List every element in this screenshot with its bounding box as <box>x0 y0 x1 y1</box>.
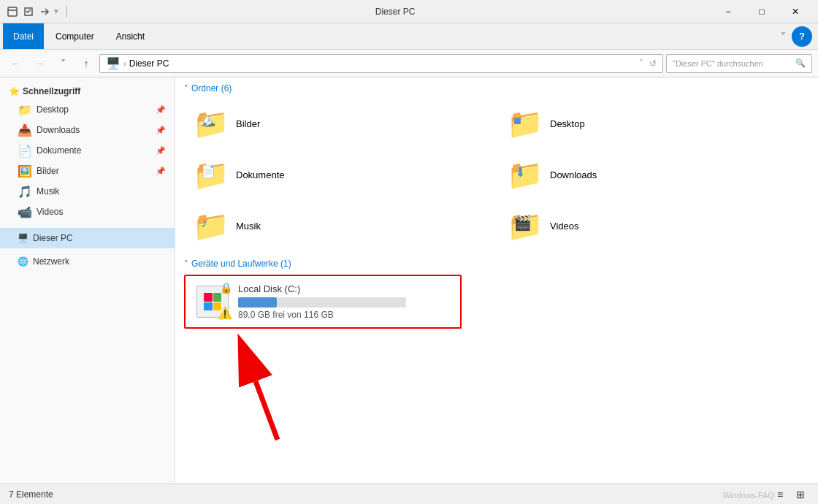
address-field[interactable]: 🖥️ › Dieser PC ˅ ↺ <box>99 54 663 73</box>
desktop-icon: 📁 ■ <box>508 106 543 141</box>
folders-chevron-icon: ˅ <box>184 84 188 93</box>
dokumente-folder-icon: 📄 <box>18 144 32 158</box>
sidebar-item-netzwerk[interactable]: 🌐 Netzwerk <box>0 251 175 272</box>
help-button[interactable]: ? <box>792 26 812 47</box>
musik-icon: 🎵 <box>18 185 32 199</box>
downloads-folder-icon: 📥 <box>18 123 32 137</box>
statusbar: 7 Elemente ≡ ⊞ <box>0 484 818 504</box>
sidebar-dokumente-label: Dokumente <box>37 145 81 156</box>
qat-icon-2[interactable] <box>22 5 35 18</box>
desktop-folder-icon: 📁 <box>18 103 32 117</box>
search-field[interactable]: "Dieser PC" durchsuchen 🔍 <box>666 54 812 73</box>
forward-button[interactable]: → <box>29 53 50 74</box>
dropdown-button[interactable]: ˅ <box>53 53 73 74</box>
sidebar-item-musik[interactable]: 🎵 Musik <box>0 181 175 202</box>
pin-icon-downloads: 📌 <box>156 126 166 135</box>
sidebar-downloads-label: Downloads <box>37 125 80 135</box>
sidebar-item-dieser-pc[interactable]: 🖥️ Dieser PC <box>0 228 175 248</box>
folder-grid: 📁 🏔️ Bilder 📁 ■ Desktop 📁 📄 Doku <box>184 99 809 250</box>
folder-item-bilder[interactable]: 📁 🏔️ Bilder <box>184 99 495 148</box>
ribbon: Datei Computer Ansicht ˅ ? <box>0 23 818 50</box>
sidebar: ⭐ Schnellzugriff 📁 Desktop 📌 📥 Downloads… <box>0 77 175 484</box>
sidebar-videos-label: Videos <box>37 207 63 217</box>
quick-access-header[interactable]: ⭐ Schnellzugriff <box>0 83 175 99</box>
folder-dokumente-label: Dokumente <box>236 169 284 180</box>
quick-access-label: Schnellzugriff <box>23 86 80 96</box>
grid-view-button[interactable]: ⊞ <box>792 486 809 503</box>
up-button[interactable]: ↑ <box>76 53 96 74</box>
sidebar-item-desktop[interactable]: 📁 Desktop 📌 <box>0 99 175 120</box>
minimize-button[interactable]: − <box>711 0 745 23</box>
sidebar-item-downloads[interactable]: 📥 Downloads 📌 <box>0 120 175 140</box>
sidebar-item-dokumente[interactable]: 📄 Dokumente 📌 <box>0 140 175 161</box>
bilder-icon: 📁 🏔️ <box>194 106 229 141</box>
addr-chevron: › <box>123 59 126 68</box>
qat-icon-3[interactable] <box>38 5 51 18</box>
videos-sidebar-icon: 📹 <box>18 205 32 219</box>
sidebar-netzwerk-label: Netzwerk <box>33 256 69 267</box>
window-title: Dieser PC <box>79 7 711 17</box>
pin-icon-bilder: 📌 <box>156 167 166 176</box>
folder-item-musik[interactable]: 📁 ♪ Musik <box>184 202 495 250</box>
dokumente-icon: 📁 📄 <box>194 157 229 192</box>
drive-item-c[interactable]: 🔒 ⚠️ Local Disk (C:) 89,0 GB frei von 11… <box>184 275 462 329</box>
folders-section-header[interactable]: ˅ Ordner (6) <box>184 83 809 93</box>
main-layout: ⭐ Schnellzugriff 📁 Desktop 📌 📥 Downloads… <box>0 77 818 484</box>
tab-ansicht[interactable]: Ansicht <box>106 23 155 49</box>
sidebar-item-videos[interactable]: 📹 Videos <box>0 202 175 222</box>
folders-section-label: Ordner (6) <box>191 83 232 93</box>
qat-icon-1[interactable] <box>6 5 19 18</box>
devices-chevron-icon: ˅ <box>184 259 188 269</box>
drive-info: Local Disk (C:) 89,0 GB frei von 116 GB <box>238 283 451 320</box>
tab-computer[interactable]: Computer <box>45 23 104 49</box>
watermark: Windows-FAQ <box>723 491 774 500</box>
folder-bilder-label: Bilder <box>236 118 260 129</box>
back-button[interactable]: ← <box>6 53 26 74</box>
drive-c-icon: 🔒 ⚠️ <box>194 283 231 320</box>
folder-item-desktop[interactable]: 📁 ■ Desktop <box>498 99 809 148</box>
tab-datei[interactable]: Datei <box>3 23 44 49</box>
sidebar-bilder-label: Bilder <box>37 166 59 176</box>
pin-icon-desktop: 📌 <box>156 105 166 115</box>
sidebar-musik-label: Musik <box>37 186 59 196</box>
addressbar: ← → ˅ ↑ 🖥️ › Dieser PC ˅ ↺ "Dieser PC" d… <box>0 50 818 77</box>
videos-icon: 📁 🎬 <box>508 208 543 243</box>
devices-section-header[interactable]: ˅ Geräte und Laufwerke (1) <box>184 259 809 269</box>
sidebar-desktop-label: Desktop <box>37 104 69 115</box>
folder-item-dokumente[interactable]: 📁 📄 Dokumente <box>184 150 495 199</box>
devices-section-label: Geräte und Laufwerke (1) <box>191 259 291 269</box>
sidebar-dieser-pc-label: Dieser PC <box>33 233 73 243</box>
titlebar: ▾ │ Dieser PC − □ ✕ <box>0 0 818 23</box>
address-path: Dieser PC <box>129 58 169 69</box>
view-toggle-buttons: ≡ ⊞ <box>771 486 809 503</box>
netzwerk-icon: 🌐 <box>18 256 28 267</box>
devices-section: ˅ Geräte und Laufwerke (1) <box>184 259 809 329</box>
svg-rect-0 <box>8 7 17 16</box>
musik-icon-large: 📁 ♪ <box>194 208 229 243</box>
drive-space-label: 89,0 GB frei von 116 GB <box>238 310 451 320</box>
dieser-pc-icon: 🖥️ <box>18 233 28 243</box>
pin-icon-dokumente: 📌 <box>156 146 166 156</box>
maximize-button[interactable]: □ <box>745 0 779 23</box>
titlebar-toolbar-icons: ▾ │ <box>6 5 73 18</box>
folder-item-videos[interactable]: 📁 🎬 Videos <box>498 202 809 250</box>
folder-videos-label: Videos <box>550 221 579 232</box>
drive-progress-fill <box>238 297 277 308</box>
sidebar-item-bilder[interactable]: 🖼️ Bilder 📌 <box>0 161 175 181</box>
ribbon-collapse-chevron[interactable]: ˅ <box>781 31 786 42</box>
window-controls: − □ ✕ <box>711 0 812 23</box>
folder-musik-label: Musik <box>236 221 261 232</box>
close-button[interactable]: ✕ <box>779 0 812 23</box>
items-count: 7 Elemente <box>9 489 53 500</box>
bilder-folder-icon: 🖼️ <box>18 164 32 178</box>
search-placeholder: "Dieser PC" durchsuchen <box>673 59 763 68</box>
downloads-icon: 📁 ⬇ <box>508 157 543 192</box>
drive-name: Local Disk (C:) <box>238 283 451 294</box>
content-area: ˅ Ordner (6) 📁 🏔️ Bilder 📁 ■ Desktop <box>175 77 818 484</box>
folder-downloads-label: Downloads <box>550 169 597 180</box>
folder-item-downloads[interactable]: 📁 ⬇ Downloads <box>498 150 809 199</box>
drive-progress-bg <box>238 297 406 308</box>
folder-desktop-label: Desktop <box>550 118 585 129</box>
